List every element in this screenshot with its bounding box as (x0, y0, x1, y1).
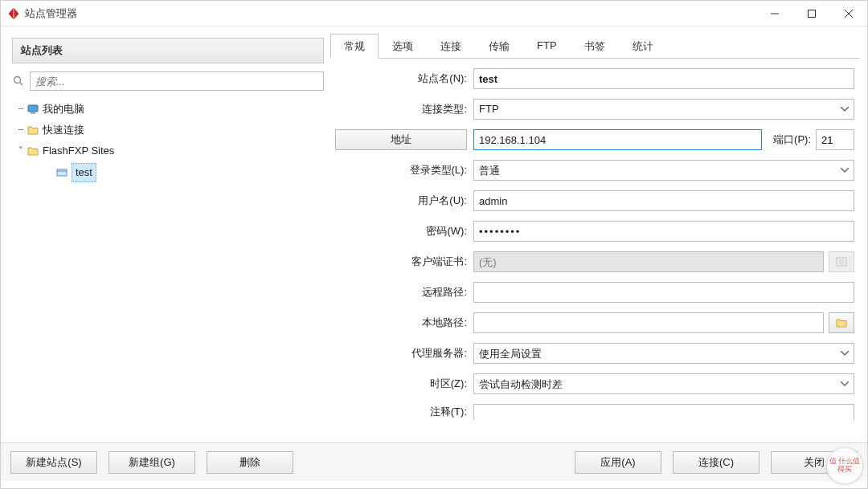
tz-label: 时区(Z): (335, 377, 473, 391)
svg-point-4 (14, 77, 21, 84)
local-path-browse-button[interactable] (829, 312, 854, 333)
login-type-label: 登录类型(L): (335, 163, 473, 177)
conn-type-label: 连接类型: (335, 102, 473, 116)
svg-line-5 (20, 83, 23, 86)
password-input[interactable] (473, 221, 854, 242)
svg-rect-8 (57, 169, 67, 176)
close-button[interactable] (830, 1, 867, 26)
username-input[interactable] (473, 190, 854, 211)
address-button[interactable]: 地址 (335, 129, 467, 150)
tab-bar: 常规 选项 连接 传输 FTP 书签 统计 (330, 33, 859, 59)
apply-button[interactable]: 应用(A) (575, 451, 661, 474)
left-panel: 站点列表 ┄ 我的电脑 ┄ 快速连接 ˅ FlashFXP Sites (1, 26, 330, 442)
proxy-select[interactable]: 使用全局设置 (473, 343, 854, 364)
remote-path-input[interactable] (473, 282, 854, 303)
form-area: 站点名(N): 连接类型: FTP 地址 端口(P): 登录类型(L): 普通 … (330, 59, 859, 442)
cert-browse-button (829, 251, 854, 272)
tree-item-quick[interactable]: ┄ 快速连接 (12, 120, 324, 141)
tree-dash-icon: ┄ (15, 100, 27, 118)
new-group-button[interactable]: 新建组(G) (108, 451, 195, 474)
folder-icon (27, 124, 39, 137)
tab-bookmarks[interactable]: 书签 (571, 34, 619, 59)
local-path-label: 本地路径: (335, 316, 473, 330)
app-icon (7, 7, 20, 20)
svg-rect-6 (28, 105, 38, 112)
tree-item-mypc[interactable]: ┄ 我的电脑 (12, 99, 324, 120)
site-tree: ┄ 我的电脑 ┄ 快速连接 ˅ FlashFXP Sites test (12, 96, 324, 436)
svg-rect-1 (809, 10, 816, 17)
window-title: 站点管理器 (25, 6, 756, 21)
tab-options[interactable]: 选项 (379, 34, 427, 59)
notes-input[interactable] (473, 404, 854, 420)
tree-dash-icon: ┄ (15, 121, 27, 139)
port-input[interactable] (816, 129, 854, 150)
proxy-label: 代理服务器: (335, 346, 473, 361)
tree-item-site-test[interactable]: test (12, 161, 324, 184)
search-input[interactable] (30, 71, 324, 91)
svg-rect-10 (837, 258, 846, 266)
svg-point-11 (840, 260, 844, 264)
notes-label: 注释(T): (335, 405, 473, 419)
password-label: 密码(W): (335, 224, 473, 238)
tab-general[interactable]: 常规 (330, 34, 379, 59)
minimize-button[interactable] (756, 1, 793, 26)
folder-icon (27, 145, 39, 157)
cert-select: (无) (473, 251, 824, 272)
tz-select[interactable]: 尝试自动检测时差 (473, 373, 854, 394)
cert-label: 客户端证书: (335, 255, 473, 269)
port-label: 端口(P): (773, 132, 811, 147)
right-panel: 常规 选项 连接 传输 FTP 书签 统计 站点名(N): 连接类型: FTP … (330, 26, 867, 442)
search-icon (12, 75, 25, 88)
tab-ftp[interactable]: FTP (523, 34, 571, 59)
delete-button[interactable]: 删除 (207, 451, 293, 474)
tree-item-sites[interactable]: ˅ FlashFXP Sites (12, 141, 324, 161)
computer-icon (27, 103, 39, 116)
tree-collapse-icon[interactable]: ˅ (15, 142, 27, 160)
svg-rect-7 (31, 112, 35, 114)
tab-connection[interactable]: 连接 (427, 34, 475, 59)
maximize-button[interactable] (793, 1, 830, 26)
local-path-input[interactable] (473, 312, 824, 333)
remote-path-label: 远程路径: (335, 285, 473, 300)
login-type-select[interactable]: 普通 (473, 160, 854, 181)
bottom-bar: 新建站点(S) 新建组(G) 删除 应用(A) 连接(C) 关闭 (1, 442, 867, 481)
site-name-input[interactable] (473, 68, 854, 89)
watermark-badge: 值 什么值得买 (826, 447, 863, 484)
tab-transfer[interactable]: 传输 (475, 34, 523, 59)
connect-button[interactable]: 连接(C) (673, 451, 760, 474)
site-list-header: 站点列表 (12, 38, 324, 63)
tab-stats[interactable]: 统计 (619, 34, 667, 59)
site-icon (55, 166, 68, 179)
site-name-label: 站点名(N): (335, 71, 473, 86)
address-input[interactable] (473, 129, 762, 150)
username-label: 用户名(U): (335, 194, 473, 208)
conn-type-select[interactable]: FTP (473, 99, 854, 120)
new-site-button[interactable]: 新建站点(S) (10, 451, 97, 474)
title-bar: 站点管理器 (1, 1, 867, 26)
